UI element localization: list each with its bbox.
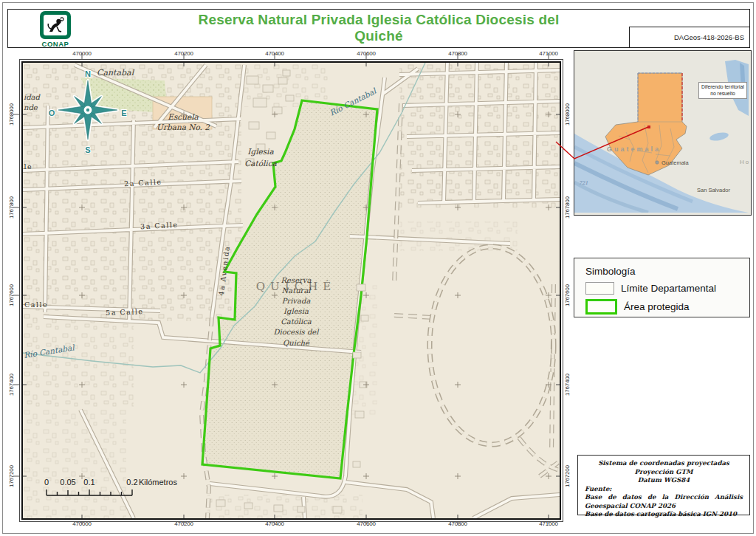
scale-unit: Kilómetros <box>139 478 177 487</box>
legend: Simbología Límite Departamental Área pro… <box>574 258 750 317</box>
scale-01: 0.1 <box>83 478 94 487</box>
xtick-top: 470400 <box>265 50 284 57</box>
page-title-line1: Reserva Natural Privada Iglesia Católica… <box>8 12 749 28</box>
ytick-left: 1767400 <box>8 374 15 396</box>
ytick-right: 1767200 <box>564 465 571 487</box>
xtick-top: 471000 <box>539 50 558 57</box>
legend-label: Área protegida <box>624 301 690 312</box>
inset-depth-label: 721 <box>579 180 588 186</box>
xtick-top: 470200 <box>174 50 193 57</box>
map-label-partial2: nde <box>24 103 38 111</box>
compass-s: S <box>85 145 90 154</box>
xtick-top: 470000 <box>72 50 92 57</box>
reserve-location-dot <box>647 126 650 128</box>
inset-san-salvador-label: San Salvador <box>697 187 731 193</box>
ytick-right: 1767400 <box>564 374 571 396</box>
credits: Sistema de coordenadas proyectadas Proye… <box>577 455 750 515</box>
ytick-right: 1767600 <box>564 284 571 306</box>
credits-projection: Proyección GTM <box>585 468 743 477</box>
inset-city-label: Guatemala <box>662 159 690 166</box>
svg-text:Natural: Natural <box>281 286 311 295</box>
map-label-partial1: idad <box>24 93 41 101</box>
ytick-right: 1767800 <box>564 196 571 219</box>
inset-country-label: Guatemala <box>607 145 661 153</box>
credits-coord-system: Sistema de coordenadas proyectadas <box>585 459 743 468</box>
legend-label: Límite Departamental <box>621 283 716 294</box>
map-canvas: Cantabal Escuela Urbana No. 2 Iglesia Ca… <box>21 61 561 520</box>
inset-map: Guatemala Guatemala San Salvador 721 Ho … <box>574 50 752 216</box>
legend-item-departmental: Límite Departamental <box>585 282 716 295</box>
inset-honduras-partial: Ho <box>740 159 749 165</box>
svg-text:Católica: Católica <box>244 159 277 168</box>
scale-02: 0.2 <box>126 478 137 487</box>
ytick-left: 1767600 <box>8 284 15 306</box>
departmental-swatch <box>585 282 614 295</box>
svg-text:Quiché: Quiché <box>283 339 310 347</box>
svg-text:Iglesia: Iglesia <box>284 307 309 316</box>
svg-text:Privada: Privada <box>282 297 311 305</box>
map-frame: Cantabal Escuela Urbana No. 2 Iglesia Ca… <box>19 59 563 522</box>
inset-map-svg: Guatemala Guatemala San Salvador 721 Ho <box>574 51 749 213</box>
map-label-cantabal: Cantabal <box>97 68 135 78</box>
ytick-left: 1767800 <box>8 196 15 219</box>
svg-text:Urbana No. 2: Urbana No. 2 <box>157 123 210 131</box>
legend-title: Simbología <box>585 266 636 277</box>
map-label-escuela: Escuela <box>168 112 199 121</box>
compass-e: E <box>121 109 126 117</box>
page: { "header": { "logo_text": "CONAP", "tit… <box>0 0 756 536</box>
credits-source2: Base de datos cartografía básica IGN 201… <box>585 510 743 519</box>
ytick-right: 1768000 <box>564 103 571 126</box>
doc-code: DAGeos-418-2026-BS <box>629 27 749 47</box>
scale-0: 0 <box>44 478 49 487</box>
header: CONAP Reserva Natural Privada Iglesia Ca… <box>7 9 750 48</box>
svg-text:Diocesis del: Diocesis del <box>274 328 320 336</box>
compass-o: O <box>49 109 55 117</box>
svg-text:Reserva: Reserva <box>281 276 312 284</box>
protected-swatch <box>585 299 617 315</box>
legend-item-protected: Área protegida <box>585 299 690 315</box>
ytick-left: 1767200 <box>8 465 15 487</box>
ytick-left: 1768000 <box>8 103 15 126</box>
scale-005: 0.05 <box>60 478 75 487</box>
map-label-iglesia: Iglesia <box>247 147 274 157</box>
compass-n: N <box>85 69 91 78</box>
credits-source1: Base de datos de la Dirección Análisis G… <box>585 493 743 510</box>
city-dot <box>656 161 659 164</box>
map-svg: Cantabal Escuela Urbana No. 2 Iglesia Ca… <box>23 63 560 518</box>
credits-datum: Datum WGS84 <box>585 476 743 485</box>
svg-text:Católica: Católica <box>281 317 312 326</box>
territorial-note: Diferendo territorial no resuelto <box>698 82 747 99</box>
xtick-top: 470800 <box>448 50 467 57</box>
street-5a-calle: 5a Calle <box>106 307 144 317</box>
xtick-top: 470600 <box>357 50 376 57</box>
street-calle: Calle <box>24 300 48 309</box>
credits-fuente: Fuente: <box>585 485 743 494</box>
street-calle-partial: lle <box>23 162 32 171</box>
